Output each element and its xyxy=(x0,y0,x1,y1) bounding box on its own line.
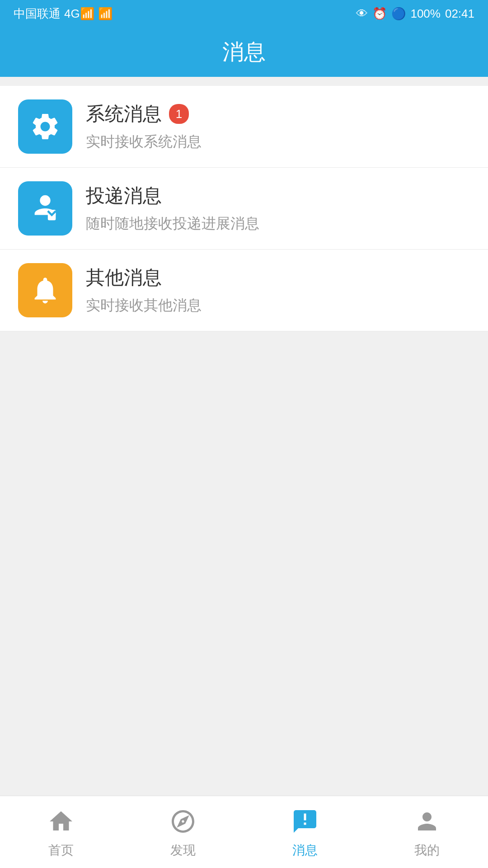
system-message-title: 系统消息 xyxy=(86,101,162,127)
nav-label-messages: 消息 xyxy=(292,842,318,859)
nav-item-discover[interactable]: 发现 xyxy=(122,806,244,859)
alarm-icon: ⏰ xyxy=(372,7,387,21)
page-title: 消息 xyxy=(222,38,266,66)
bluetooth-icon: 🔵 xyxy=(391,7,406,21)
gear-icon xyxy=(29,111,61,142)
other-message-title: 其他消息 xyxy=(86,265,162,290)
messages-icon xyxy=(289,806,321,837)
eye-icon: 👁 xyxy=(356,7,368,21)
nav-item-profile[interactable]: 我的 xyxy=(366,806,488,859)
system-message-text: 系统消息 1 实时接收系统消息 xyxy=(86,101,470,152)
system-message-badge: 1 xyxy=(169,104,189,124)
system-message-icon-wrapper xyxy=(18,99,72,154)
message-item-system[interactable]: 系统消息 1 实时接收系统消息 xyxy=(0,86,488,168)
message-list: 系统消息 1 实时接收系统消息 投递消息 随时随地接收投递进展消息 xyxy=(0,86,488,331)
signal-icon: 4G📶 xyxy=(64,7,94,21)
status-right: 👁 ⏰ 🔵 100% 02:41 xyxy=(356,7,474,21)
delivery-message-title: 投递消息 xyxy=(86,183,162,208)
carrier-text: 中国联通 xyxy=(14,6,61,22)
bottom-navigation: 首页 发现 消息 我的 xyxy=(0,796,488,868)
wifi-icon: 📶 xyxy=(98,7,113,21)
home-icon xyxy=(45,806,77,837)
delivery-message-subtitle: 随时随地接收投递进展消息 xyxy=(86,214,470,234)
status-bar: 中国联通 4G📶 📶 👁 ⏰ 🔵 100% 02:41 xyxy=(0,0,488,27)
profile-icon xyxy=(411,806,443,837)
nav-label-profile: 我的 xyxy=(414,842,440,859)
message-item-delivery[interactable]: 投递消息 随时随地接收投递进展消息 xyxy=(0,168,488,250)
nav-label-discover: 发现 xyxy=(170,842,196,859)
discover-icon xyxy=(167,806,199,837)
delivery-icon xyxy=(29,193,61,224)
status-left: 中国联通 4G📶 📶 xyxy=(14,6,113,22)
system-message-title-row: 系统消息 1 xyxy=(86,101,470,127)
nav-label-home: 首页 xyxy=(48,842,74,859)
battery-text: 100% xyxy=(410,7,441,21)
time-text: 02:41 xyxy=(445,7,474,21)
other-message-icon-wrapper xyxy=(18,263,72,317)
page-header: 消息 xyxy=(0,27,488,77)
bell-icon xyxy=(29,274,61,306)
delivery-message-icon-wrapper xyxy=(18,181,72,236)
system-message-subtitle: 实时接收系统消息 xyxy=(86,132,470,152)
other-message-text: 其他消息 实时接收其他消息 xyxy=(86,265,470,316)
other-message-subtitle: 实时接收其他消息 xyxy=(86,296,470,316)
delivery-message-text: 投递消息 随时随地接收投递进展消息 xyxy=(86,183,470,234)
other-message-title-row: 其他消息 xyxy=(86,265,470,290)
delivery-message-title-row: 投递消息 xyxy=(86,183,470,208)
content-area: 系统消息 1 实时接收系统消息 投递消息 随时随地接收投递进展消息 xyxy=(0,86,488,331)
message-item-other[interactable]: 其他消息 实时接收其他消息 xyxy=(0,250,488,331)
nav-item-messages[interactable]: 消息 xyxy=(244,806,366,859)
nav-item-home[interactable]: 首页 xyxy=(0,806,122,859)
